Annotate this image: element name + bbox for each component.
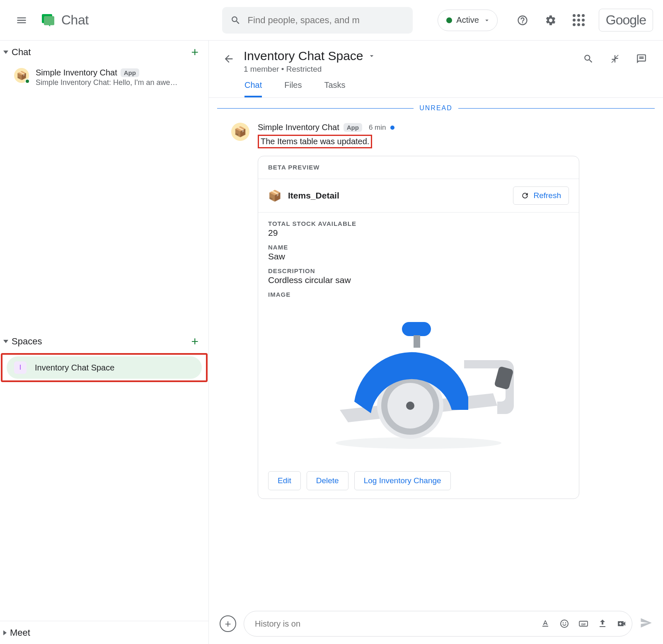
circular-saw-illustration <box>315 298 522 455</box>
add-attachment-button[interactable]: + <box>220 615 236 632</box>
card-image <box>268 298 569 455</box>
space-search-button[interactable] <box>578 49 598 69</box>
apps-grid-icon <box>573 14 585 26</box>
space-avatar: I <box>14 361 27 374</box>
field-name-value: Saw <box>268 252 569 261</box>
chevron-down-icon <box>368 52 376 60</box>
sidebar-section-meet-header[interactable]: Meet <box>0 621 208 644</box>
presence-status-chip[interactable]: Active <box>438 10 497 31</box>
space-title: Inventory Chat Space <box>244 49 363 63</box>
app-logo: Chat <box>40 12 89 29</box>
back-button[interactable] <box>220 51 237 67</box>
collapse-icon <box>610 53 620 64</box>
sidebar-section-chat-label: Chat <box>12 47 31 58</box>
video-plus-icon <box>617 619 627 629</box>
presence-label: Active <box>456 15 479 25</box>
send-button[interactable] <box>640 617 652 631</box>
app-badge: App <box>121 68 139 77</box>
upload-icon <box>598 619 607 629</box>
space-item-name: Inventory Chat Space <box>35 363 114 373</box>
sidebar: Chat + 📦 Simple Inventory Chat App Simpl… <box>0 41 209 644</box>
chevron-down-icon <box>483 17 491 24</box>
space-list-item[interactable]: I Inventory Chat Space <box>7 356 202 379</box>
chat-item-preview: Simple Inventory Chat: Hello, I'm an awe… <box>36 78 178 87</box>
thread-icon <box>636 53 647 64</box>
refresh-button-label: Refresh <box>533 191 561 200</box>
gif-icon: GIF <box>578 619 588 629</box>
space-tabs: Chat Files Tasks <box>209 74 663 98</box>
new-chat-button[interactable]: + <box>191 45 198 59</box>
presence-dot-icon <box>446 17 452 23</box>
space-subtitle: 1 member • Restricted <box>244 65 376 74</box>
main-menu-button[interactable] <box>12 10 31 30</box>
message-text: The Items table was updated. <box>258 135 372 148</box>
caret-down-icon <box>3 51 8 54</box>
caret-right-icon <box>3 630 7 635</box>
global-search[interactable] <box>222 7 413 34</box>
sidebar-section-spaces-header[interactable]: Spaces + <box>0 330 208 353</box>
card-title: Items_Detail <box>288 191 339 201</box>
unread-divider: UNREAD <box>217 104 655 112</box>
refresh-icon <box>521 191 529 200</box>
unread-dot-icon <box>390 126 394 130</box>
app-card: BETA PREVIEW 📦 Items_Detail Refresh TOTA… <box>258 156 579 499</box>
google-apps-button[interactable] <box>569 10 589 30</box>
upload-button[interactable] <box>596 617 609 630</box>
arrow-left-icon <box>223 53 235 65</box>
svg-rect-9 <box>414 335 420 348</box>
card-actions: Edit Delete Log Inventory Change <box>258 463 579 499</box>
chat-avatar: 📦 <box>14 68 29 83</box>
field-image-label: IMAGE <box>268 291 569 298</box>
presence-dot-icon <box>25 79 30 84</box>
tab-files[interactable]: Files <box>284 80 302 97</box>
message-time: 6 min <box>369 123 386 132</box>
card-beta-label: BETA PREVIEW <box>268 164 320 171</box>
thread-panel-button[interactable] <box>632 49 651 69</box>
new-space-button[interactable]: + <box>191 334 198 349</box>
edit-button[interactable]: Edit <box>268 471 301 490</box>
svg-text:GIF: GIF <box>581 623 586 626</box>
emoji-icon <box>559 619 569 629</box>
send-icon <box>640 617 652 629</box>
video-meet-button[interactable] <box>615 617 628 630</box>
tab-chat[interactable]: Chat <box>244 80 262 97</box>
collapse-panel-button[interactable] <box>605 49 625 69</box>
svg-rect-1 <box>44 16 54 25</box>
composer-input[interactable] <box>255 619 539 629</box>
field-name-label: NAME <box>268 244 569 251</box>
svg-rect-8 <box>402 322 431 336</box>
package-icon: 📦 <box>17 70 27 80</box>
composer-row: + GIF <box>209 603 663 644</box>
sidebar-section-chat-header[interactable]: Chat + <box>0 41 208 64</box>
google-account-button[interactable]: Google <box>599 9 653 31</box>
space-header: Inventory Chat Space 1 member • Restrict… <box>209 41 663 74</box>
message-composer[interactable]: GIF <box>244 611 632 637</box>
search-input[interactable] <box>248 15 405 26</box>
delete-button[interactable]: Delete <box>307 471 348 490</box>
field-desc-value: Cordless circular saw <box>268 275 569 285</box>
main-panel: Inventory Chat Space 1 member • Restrict… <box>209 41 663 644</box>
log-inventory-button[interactable]: Log Inventory Change <box>354 471 451 490</box>
app-badge: App <box>344 123 362 132</box>
gif-button[interactable]: GIF <box>577 617 590 630</box>
help-icon <box>517 15 528 26</box>
refresh-button[interactable]: Refresh <box>513 186 569 205</box>
gear-icon <box>545 15 557 26</box>
highlighted-space-annotation: I Inventory Chat Space <box>1 353 208 382</box>
chat-list-item[interactable]: 📦 Simple Inventory Chat App Simple Inven… <box>0 64 208 91</box>
svg-point-10 <box>561 620 568 627</box>
format-button[interactable] <box>539 617 552 630</box>
field-desc-label: DESCRIPTION <box>268 267 569 274</box>
tab-tasks[interactable]: Tasks <box>324 80 345 97</box>
sidebar-section-meet-label: Meet <box>10 627 30 638</box>
search-icon <box>230 15 241 26</box>
help-button[interactable] <box>513 10 532 30</box>
settings-button[interactable] <box>541 10 561 30</box>
field-stock-value: 29 <box>268 228 569 238</box>
space-title-button[interactable]: Inventory Chat Space <box>244 49 376 63</box>
emoji-button[interactable] <box>558 617 571 630</box>
svg-point-2 <box>336 437 501 449</box>
app-name: Chat <box>61 12 89 28</box>
chat-item-title: Simple Inventory Chat <box>36 68 117 77</box>
svg-point-11 <box>563 622 564 624</box>
